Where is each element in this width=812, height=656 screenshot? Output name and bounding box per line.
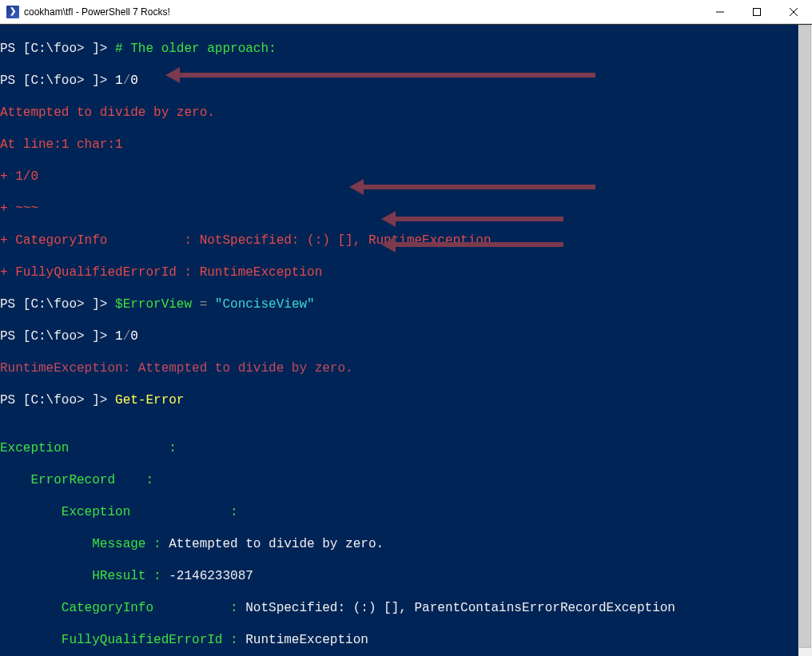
field-label: CategoryInfo [0,601,230,615]
prompt: PS [C:\foo> ]> [0,42,115,56]
field-value: RuntimeException [245,633,368,647]
field-label: FullyQualifiedErrorId [0,633,230,647]
field-label: HResult [0,569,153,583]
command-text: 1 [115,74,123,88]
svg-rect-1 [754,8,761,15]
field-label: Exception [0,505,230,519]
error-text: At line:1 char:1 [0,137,123,152]
vertical-scrollbar[interactable] [798,25,812,656]
window-title: cookham\tfl - PowerShell 7 Rocks! [24,6,170,18]
scrollbar-thumb[interactable] [799,25,811,648]
annotation-arrow [364,185,595,189]
error-concise: RuntimeException: Attempted to divide by… [0,361,353,376]
prompt: PS [C:\foo> ]> [0,74,115,88]
annotation-arrow [180,73,595,78]
annotation-arrow [396,242,563,247]
prompt: PS [C:\foo> ]> [0,297,115,312]
field-value: Attempted to divide by zero. [169,537,384,551]
window-titlebar: cookham\tfl - PowerShell 7 Rocks! [0,0,812,24]
error-text: + 1/0 [0,169,38,184]
prompt: PS [C:\foo> ]> [0,329,115,344]
field-value: NotSpecified: (:) [], ParentContainsErro… [245,601,675,615]
field-label: ErrorRecord [0,473,145,487]
minimize-button[interactable] [702,0,738,24]
maximize-button[interactable] [738,0,775,24]
error-text: + ~~~ [0,201,38,216]
field-label: Exception [0,441,169,455]
string-literal: "ConciseView" [215,297,315,312]
variable: $ErrorView [115,297,192,312]
field-value: -2146233087 [169,569,253,583]
error-text: Attempted to divide by zero. [0,105,215,120]
powershell-icon [6,6,19,18]
cmdlet-name: Get-Error [115,393,184,408]
error-text: + FullyQualifiedErrorId : RuntimeExcepti… [0,265,322,280]
annotation-arrow [396,217,563,221]
comment-text: # The older approach: [115,42,277,56]
field-label: Message [0,537,153,551]
prompt: PS [C:\foo> ]> [0,393,115,408]
close-button[interactable] [775,0,812,24]
terminal-output[interactable]: PS [C:\foo> ]> # The older approach: PS … [0,25,798,656]
